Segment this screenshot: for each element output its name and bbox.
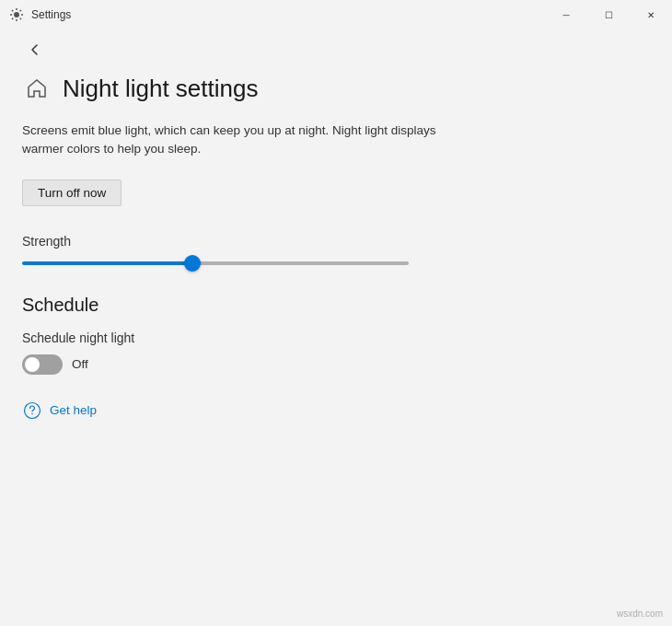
strength-slider-thumb[interactable] <box>184 255 201 272</box>
strength-label: Strength <box>22 234 650 249</box>
title-bar-controls: ─ ☐ ✕ <box>545 0 672 29</box>
help-row: Get help <box>22 400 650 421</box>
description-text: Screens emit blue light, which can keep … <box>22 122 446 159</box>
back-button[interactable] <box>22 37 48 63</box>
watermark: wsxdn.com <box>617 609 663 619</box>
window: Settings ─ ☐ ✕ Night light settings <box>0 0 672 626</box>
close-button[interactable]: ✕ <box>630 0 672 29</box>
get-help-link[interactable]: Get help <box>50 403 97 417</box>
settings-app-icon <box>9 7 24 22</box>
schedule-night-light-label: Schedule night light <box>22 330 650 345</box>
strength-slider-track[interactable] <box>22 261 409 265</box>
svg-point-2 <box>31 412 33 414</box>
schedule-toggle[interactable] <box>22 354 63 375</box>
turn-off-now-button[interactable]: Turn off now <box>22 180 122 206</box>
svg-point-0 <box>14 12 19 17</box>
toggle-status-label: Off <box>72 357 88 371</box>
strength-slider-container <box>22 261 409 265</box>
title-bar-title: Settings <box>31 8 71 21</box>
page-header: Night light settings <box>22 74 650 103</box>
maximize-button[interactable]: ☐ <box>587 0 630 29</box>
title-bar: Settings ─ ☐ ✕ <box>0 0 672 29</box>
help-icon <box>22 400 42 421</box>
toggle-thumb <box>25 357 40 372</box>
title-bar-left: Settings <box>9 7 71 22</box>
nav-bar <box>22 29 650 66</box>
schedule-heading: Schedule <box>22 295 650 316</box>
home-icon <box>22 74 52 103</box>
content-area: Night light settings Screens emit blue l… <box>0 29 672 626</box>
minimize-button[interactable]: ─ <box>545 0 587 29</box>
toggle-row: Off <box>22 354 650 375</box>
page-title: Night light settings <box>63 75 258 103</box>
